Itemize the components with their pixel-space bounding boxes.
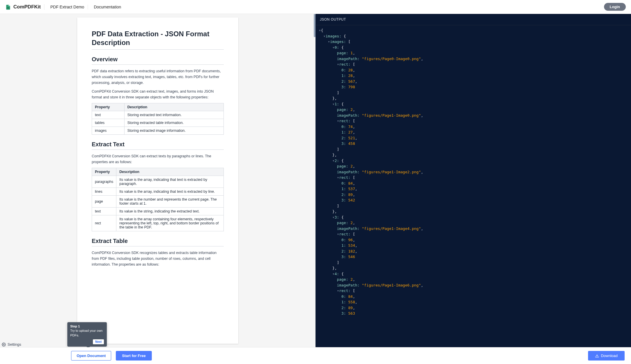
brand-logo[interactable]: ComPDFKit [5,4,44,10]
topbar-left: ComPDFKit PDF Extract Demo Documentation [5,4,125,10]
brand-icon [5,4,11,10]
nav-demo[interactable]: PDF Extract Demo [50,5,88,9]
nav-docs[interactable]: Documentation [94,5,125,9]
svg-rect-0 [7,7,9,8]
brand-name: ComPDFKit [13,4,41,10]
topbar: ComPDFKit PDF Extract Demo Documentation… [0,0,631,14]
login-button[interactable]: Login [604,3,626,11]
